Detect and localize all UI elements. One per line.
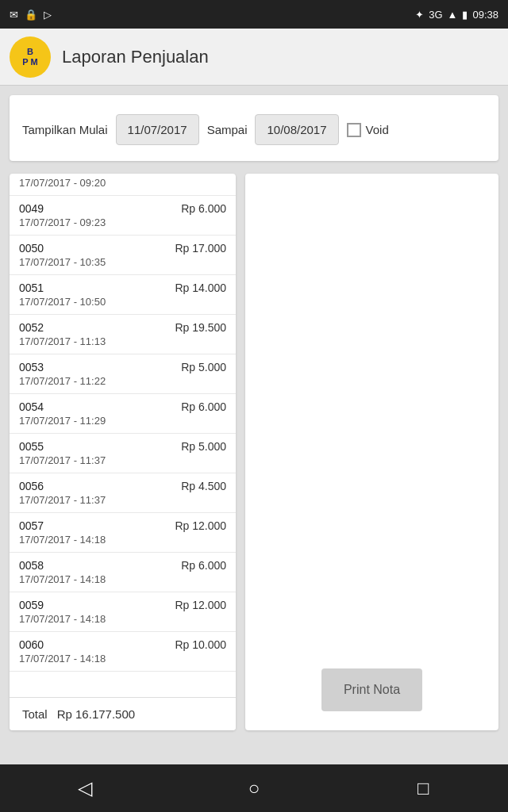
- signal-strength-icon: ▲: [448, 9, 458, 21]
- right-panel: Print Nota: [245, 174, 498, 730]
- item-number: 0060: [19, 638, 44, 651]
- list-item[interactable]: 0060 Rp 10.000 17/07/2017 - 14:18: [10, 632, 236, 672]
- app-header: BP M Laporan Penjualan: [0, 29, 508, 86]
- total-label: Total: [22, 707, 48, 721]
- recent-button[interactable]: □: [399, 772, 447, 804]
- item-amount: Rp 5.000: [181, 440, 226, 453]
- item-amount: Rp 19.500: [175, 321, 226, 334]
- bluetooth-icon: ✦: [415, 9, 424, 21]
- message-icon: ✉: [10, 9, 18, 21]
- item-number: 0057: [19, 519, 44, 532]
- item-amount: Rp 10.000: [175, 638, 226, 651]
- date-from-button[interactable]: 11/07/2017: [116, 114, 199, 145]
- void-label: Void: [366, 123, 389, 136]
- sampai-label: Sampai: [207, 123, 248, 136]
- item-datetime: 17/07/2017 - 11:13: [19, 335, 226, 347]
- lock-icon: 🔒: [25, 9, 37, 21]
- item-number: 0051: [19, 282, 44, 294]
- home-button[interactable]: ○: [230, 772, 278, 804]
- item-number: 0049: [19, 202, 44, 215]
- item-datetime: 17/07/2017 - 09:23: [19, 216, 226, 228]
- list-item-partial: 17/07/2017 - 09:20: [10, 174, 236, 196]
- list-footer: Total Rp 16.177.500: [10, 697, 236, 730]
- item-amount: Rp 5.000: [181, 361, 226, 373]
- item-amount: Rp 4.500: [181, 480, 226, 492]
- item-number: 0053: [19, 361, 44, 373]
- list-panel: 17/07/2017 - 09:20 0049 Rp 6.000 17/07/2…: [10, 174, 236, 730]
- list-item[interactable]: 0053 Rp 5.000 17/07/2017 - 11:22: [10, 354, 236, 394]
- item-datetime: 17/07/2017 - 10:50: [19, 296, 226, 308]
- item-amount: Rp 6.000: [181, 400, 226, 413]
- list-item[interactable]: 0050 Rp 17.000 17/07/2017 - 10:35: [10, 236, 236, 275]
- list-scroll[interactable]: 17/07/2017 - 09:20 0049 Rp 6.000 17/07/2…: [10, 174, 236, 697]
- item-number: 0050: [19, 242, 44, 255]
- tampilkan-mulai-label: Tampilkan Mulai: [22, 123, 108, 136]
- list-item[interactable]: 0049 Rp 6.000 17/07/2017 - 09:23: [10, 196, 236, 236]
- app-logo: BP M: [10, 36, 51, 78]
- list-item[interactable]: 0051 Rp 14.000 17/07/2017 - 10:50: [10, 275, 236, 315]
- list-item[interactable]: 0055 Rp 5.000 17/07/2017 - 11:37: [10, 434, 236, 473]
- item-datetime: 17/07/2017 - 14:18: [19, 613, 226, 625]
- time-label: 09:38: [472, 9, 498, 21]
- battery-icon: ▮: [462, 9, 468, 21]
- main-content: Tampilkan Mulai 11/07/2017 Sampai 10/08/…: [0, 86, 508, 764]
- list-item[interactable]: 0052 Rp 19.500 17/07/2017 - 11:13: [10, 315, 236, 354]
- two-column-layout: 17/07/2017 - 09:20 0049 Rp 6.000 17/07/2…: [10, 174, 498, 730]
- item-datetime: 17/07/2017 - 10:35: [19, 256, 226, 268]
- item-amount: Rp 6.000: [181, 559, 226, 572]
- item-datetime: 17/07/2017 - 11:29: [19, 415, 226, 427]
- partial-datetime: 17/07/2017 - 09:20: [19, 177, 226, 189]
- item-datetime: 17/07/2017 - 11:37: [19, 454, 226, 466]
- item-number: 0059: [19, 599, 44, 611]
- item-number: 0058: [19, 559, 44, 572]
- list-item[interactable]: 0058 Rp 6.000 17/07/2017 - 14:18: [10, 553, 236, 592]
- item-number: 0055: [19, 440, 44, 453]
- status-bar-left: ✉ 🔒 ▷: [10, 9, 52, 21]
- bottom-nav: ◁ ○ □: [0, 764, 508, 812]
- item-number: 0052: [19, 321, 44, 334]
- item-datetime: 17/07/2017 - 11:37: [19, 494, 226, 506]
- status-bar: ✉ 🔒 ▷ ✦ 3G ▲ ▮ 09:38: [0, 0, 508, 29]
- item-datetime: 17/07/2017 - 14:18: [19, 534, 226, 546]
- item-amount: Rp 6.000: [181, 202, 226, 215]
- signal-icon: ▷: [44, 9, 52, 21]
- list-item[interactable]: 0054 Rp 6.000 17/07/2017 - 11:29: [10, 394, 236, 434]
- item-amount: Rp 17.000: [175, 242, 226, 255]
- list-item[interactable]: 0059 Rp 12.000 17/07/2017 - 14:18: [10, 592, 236, 632]
- item-datetime: 17/07/2017 - 14:18: [19, 573, 226, 585]
- item-number: 0054: [19, 400, 44, 413]
- filter-card: Tampilkan Mulai 11/07/2017 Sampai 10/08/…: [10, 95, 498, 161]
- list-item[interactable]: 0056 Rp 4.500 17/07/2017 - 11:37: [10, 473, 236, 513]
- total-amount: Rp 16.177.500: [57, 707, 135, 721]
- list-item[interactable]: 0057 Rp 12.000 17/07/2017 - 14:18: [10, 513, 236, 553]
- back-button[interactable]: ◁: [61, 772, 109, 804]
- network-label: 3G: [429, 9, 442, 21]
- item-datetime: 17/07/2017 - 14:18: [19, 653, 226, 665]
- print-nota-button[interactable]: Print Nota: [321, 668, 422, 711]
- item-amount: Rp 12.000: [175, 599, 226, 611]
- item-number: 0056: [19, 480, 44, 492]
- logo-text: BP M: [22, 47, 37, 66]
- status-bar-right: ✦ 3G ▲ ▮ 09:38: [415, 9, 498, 21]
- app-title: Laporan Penjualan: [62, 47, 209, 67]
- item-amount: Rp 12.000: [175, 519, 226, 532]
- item-amount: Rp 14.000: [175, 282, 226, 294]
- filter-row: Tampilkan Mulai 11/07/2017 Sampai 10/08/…: [22, 114, 486, 145]
- void-checkbox[interactable]: [347, 123, 361, 137]
- item-datetime: 17/07/2017 - 11:22: [19, 375, 226, 387]
- date-to-button[interactable]: 10/08/2017: [255, 114, 338, 145]
- void-container: Void: [347, 123, 389, 137]
